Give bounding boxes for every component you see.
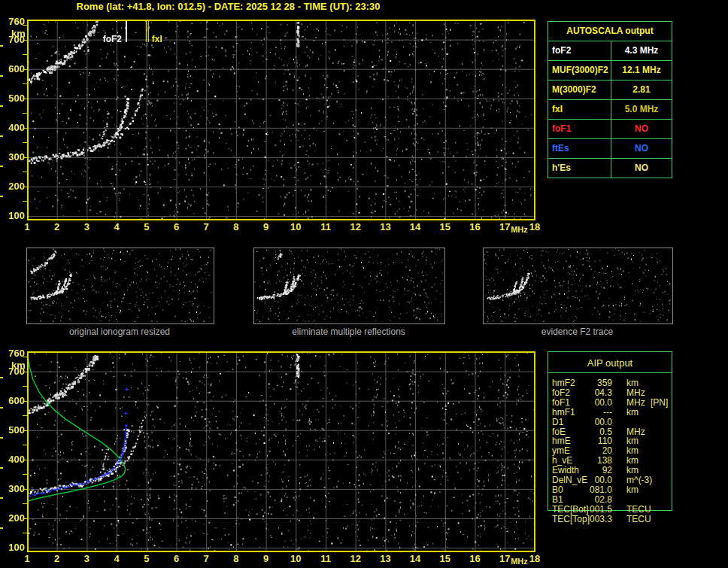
panel-evidence-f2-canvas bbox=[484, 248, 671, 322]
x-tick-label: 16 bbox=[465, 222, 486, 232]
x-tick-label: 13 bbox=[375, 554, 396, 564]
autoscala-table-header: AUTOSCALA output bbox=[548, 22, 672, 41]
edge-dash bbox=[0, 45, 3, 47]
x-tick-label: 4 bbox=[106, 554, 127, 564]
x-tick-label: 7 bbox=[196, 554, 217, 564]
aip-row-label: B0 bbox=[552, 485, 563, 495]
edge-dash bbox=[0, 527, 3, 529]
edge-dash bbox=[0, 407, 3, 409]
x-tick-label: 6 bbox=[166, 554, 187, 564]
aip-row-unit: MHz bbox=[626, 388, 645, 398]
y-axis-tick bbox=[23, 128, 27, 129]
edge-dash bbox=[0, 497, 3, 499]
edge-dash bbox=[0, 166, 3, 167]
autoscala-row-value: 5.0 MHz bbox=[611, 100, 672, 119]
x-tick-label: 8 bbox=[226, 222, 247, 232]
edge-dash bbox=[0, 135, 3, 137]
y-axis-tick bbox=[23, 54, 27, 55]
panel-eliminate-reflections-canvas bbox=[254, 248, 443, 322]
autoscala-row: ftEsNO bbox=[548, 139, 672, 159]
edge-dash bbox=[0, 196, 3, 197]
aip-row-value: 001.5 bbox=[578, 505, 612, 515]
y-tick-label: 100 bbox=[1, 211, 25, 221]
y-tick-label: 300 bbox=[1, 484, 25, 494]
y-axis-tick bbox=[23, 474, 27, 475]
y-tick-label: 500 bbox=[1, 93, 25, 104]
aip-row-unit: TECU bbox=[626, 515, 651, 524]
aip-row-value: 081.0 bbox=[578, 485, 612, 495]
x-tick-label: 12 bbox=[345, 222, 366, 232]
top-ionogram-canvas bbox=[27, 20, 535, 220]
x-tick-label: 14 bbox=[405, 222, 426, 232]
autoscala-row: foF1NO bbox=[548, 120, 672, 139]
y-axis-tick bbox=[23, 40, 27, 41]
aip-row-label: foF2 bbox=[552, 388, 570, 398]
edge-dash bbox=[0, 377, 3, 378]
x-tick-label: 2 bbox=[47, 554, 68, 564]
y-axis-tick bbox=[23, 99, 27, 99]
y-axis-tick bbox=[23, 460, 27, 460]
autoscala-row-value: NO bbox=[611, 139, 672, 158]
x-tick-label: 1 bbox=[17, 222, 38, 232]
y-axis-tick bbox=[23, 489, 27, 490]
top-ionogram-plot bbox=[27, 20, 535, 220]
autoscala-row-label: MUF(3000)F2 bbox=[548, 61, 611, 80]
autoscala-row-value: NO bbox=[611, 120, 672, 138]
x-tick-label: 14 bbox=[405, 554, 426, 564]
x-tick-label: 5 bbox=[136, 554, 157, 564]
y-axis-tick bbox=[23, 357, 27, 357]
y-axis-tick bbox=[23, 430, 27, 431]
x-tick-label: 15 bbox=[435, 222, 456, 232]
x-tick-label: 3 bbox=[76, 222, 97, 232]
x-tick-label: 12 bbox=[345, 554, 366, 564]
aip-row-label: hmF1 bbox=[552, 408, 575, 418]
y-tick-label: 200 bbox=[1, 513, 25, 524]
aip-row: foF204.3MHz bbox=[548, 388, 691, 398]
y-tick-label: 600 bbox=[1, 64, 25, 74]
autoscala-row-value: 4.3 MHz bbox=[611, 41, 672, 60]
aip-row-label: B1 bbox=[552, 495, 563, 505]
y-tick-label: 760 bbox=[1, 348, 25, 359]
aip-row-unit: MHz bbox=[626, 398, 645, 408]
autoscala-row-value: 2.81 bbox=[611, 80, 672, 99]
bottom-ionogram-plot bbox=[27, 351, 535, 552]
y-axis-tick bbox=[23, 518, 27, 519]
aip-row: hmF1---km bbox=[548, 408, 691, 418]
page-title: Rome (lat: +41.8, lon: 012.5) - DATE: 20… bbox=[27, 1, 429, 12]
x-tick-label: 13 bbox=[375, 222, 396, 232]
y-axis-tick bbox=[23, 503, 27, 504]
y-tick-label: 300 bbox=[1, 152, 25, 163]
aip-row-unit: TECU bbox=[626, 505, 651, 515]
bottom-ionogram-canvas bbox=[27, 351, 535, 552]
aip-row-value: 00.0 bbox=[578, 398, 612, 408]
y-tick-label: 100 bbox=[1, 542, 25, 553]
aip-row-label: D1 bbox=[552, 418, 563, 427]
y-axis-tick bbox=[23, 201, 27, 202]
x-tick-label: 2 bbox=[47, 222, 68, 232]
autoscala-row: h'EsNO bbox=[548, 159, 672, 178]
y-axis-tick bbox=[23, 415, 27, 416]
aip-row-note: [PN] bbox=[651, 398, 668, 408]
y-axis-tick bbox=[23, 25, 27, 26]
x-tick-label: 6 bbox=[166, 222, 187, 232]
x-tick-label: 3 bbox=[76, 554, 97, 564]
autoscala-row: fxI5.0 MHz bbox=[548, 100, 672, 120]
autoscala-row: M(3000)F22.81 bbox=[548, 80, 672, 100]
aip-row-value: --- bbox=[578, 408, 612, 418]
autoscala-row: MUF(3000)F212.1 MHz bbox=[548, 61, 672, 80]
x-tick-label: 9 bbox=[256, 222, 277, 232]
edge-dash bbox=[0, 467, 3, 469]
y-axis-tick bbox=[23, 401, 27, 402]
y-axis-tick bbox=[23, 172, 27, 172]
y-axis-tick bbox=[23, 69, 27, 70]
y-tick-label: 400 bbox=[1, 123, 25, 133]
x-tick-label: 7 bbox=[196, 222, 217, 232]
y-axis-tick bbox=[23, 113, 27, 114]
x-tick-label: 8 bbox=[226, 554, 247, 564]
autoscala-screen: Rome (lat: +41.8, lon: 012.5) - DATE: 20… bbox=[0, 0, 728, 568]
aip-row: TEC[Bot]001.5TECU bbox=[548, 505, 691, 515]
edge-dash bbox=[0, 75, 3, 77]
y-axis-unit: km bbox=[11, 360, 26, 371]
y-tick-label: 760 bbox=[1, 17, 25, 27]
panel-eliminate-reflections bbox=[253, 248, 445, 324]
